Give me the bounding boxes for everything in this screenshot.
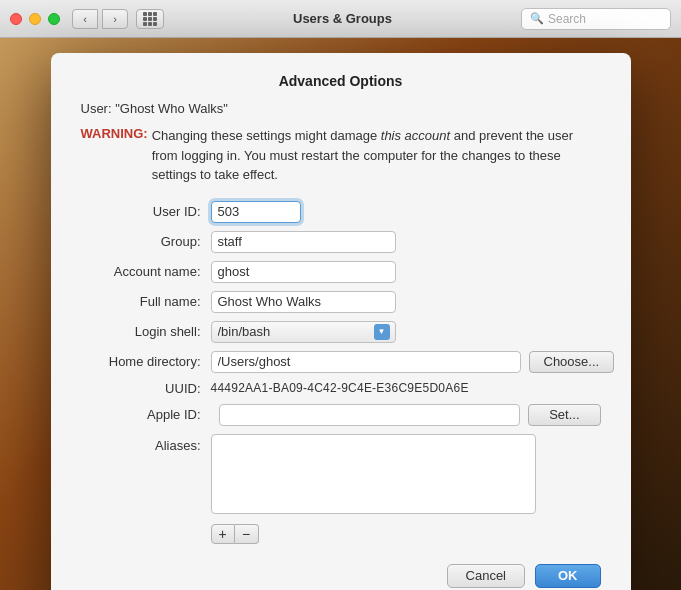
full-name-label: Full name:	[81, 294, 211, 309]
aliases-label: Aliases:	[81, 434, 211, 453]
grid-icon	[143, 12, 157, 26]
cancel-button[interactable]: Cancel	[447, 564, 525, 588]
apple-id-input[interactable]	[219, 404, 521, 426]
login-shell-select[interactable]: /bin/bash /bin/zsh /bin/sh	[211, 321, 396, 343]
search-box[interactable]: 🔍	[521, 8, 671, 30]
aliases-row: Aliases:	[81, 434, 601, 514]
uuid-row: UUID: 44492AA1-BA09-4C42-9C4E-E36C9E5D0A…	[81, 381, 601, 396]
user-id-label: User ID:	[81, 204, 211, 219]
aliases-textarea[interactable]	[211, 434, 536, 514]
dialog-footer: Cancel OK	[81, 564, 601, 588]
group-label: Group:	[81, 234, 211, 249]
user-id-input[interactable]	[211, 201, 301, 223]
add-alias-button[interactable]: +	[211, 524, 235, 544]
aliases-controls: + −	[211, 524, 601, 544]
apple-id-label: Apple ID:	[81, 407, 211, 422]
home-dir-input[interactable]	[211, 351, 521, 373]
nav-buttons: ‹ ›	[72, 9, 128, 29]
home-dir-label: Home directory:	[81, 354, 211, 369]
warning-box: WARNING: Changing these settings might d…	[81, 126, 601, 185]
choose-button[interactable]: Choose...	[529, 351, 615, 373]
grid-button[interactable]	[136, 9, 164, 29]
group-input[interactable]	[211, 231, 396, 253]
warning-label: WARNING:	[81, 126, 148, 185]
user-label: User:	[81, 101, 112, 116]
account-name-label: Account name:	[81, 264, 211, 279]
user-name: "Ghost Who Walks"	[115, 101, 228, 116]
dialog-title: Advanced Options	[81, 73, 601, 89]
uuid-value: 44492AA1-BA09-4C42-9C4E-E36C9E5D0A6E	[211, 381, 469, 395]
login-shell-label: Login shell:	[81, 324, 211, 339]
minimize-button[interactable]	[29, 13, 41, 25]
home-dir-controls: Choose...	[211, 351, 615, 373]
login-shell-dropdown-wrapper: /bin/bash /bin/zsh /bin/sh ▼	[211, 321, 396, 343]
set-button[interactable]: Set...	[528, 404, 600, 426]
maximize-button[interactable]	[48, 13, 60, 25]
full-name-row: Full name:	[81, 291, 601, 313]
dialog-wrapper: Advanced Options User: "Ghost Who Walks"…	[0, 38, 681, 590]
group-row: Group:	[81, 231, 601, 253]
traffic-lights	[10, 13, 60, 25]
full-name-input[interactable]	[211, 291, 396, 313]
close-button[interactable]	[10, 13, 22, 25]
remove-alias-button[interactable]: −	[235, 524, 259, 544]
login-shell-row: Login shell: /bin/bash /bin/zsh /bin/sh …	[81, 321, 601, 343]
search-icon: 🔍	[530, 12, 544, 25]
titlebar: ‹ › Users & Groups 🔍	[0, 0, 681, 38]
user-line: User: "Ghost Who Walks"	[81, 101, 601, 116]
warning-text: Changing these settings might damage thi…	[152, 126, 601, 185]
account-name-input[interactable]	[211, 261, 396, 283]
ok-button[interactable]: OK	[535, 564, 601, 588]
apple-id-row: Apple ID: Set...	[81, 404, 601, 426]
account-name-row: Account name:	[81, 261, 601, 283]
search-input[interactable]	[548, 12, 662, 26]
back-button[interactable]: ‹	[72, 9, 98, 29]
user-id-row: User ID:	[81, 201, 601, 223]
home-dir-row: Home directory: Choose...	[81, 351, 601, 373]
advanced-options-dialog: Advanced Options User: "Ghost Who Walks"…	[51, 53, 631, 590]
forward-button[interactable]: ›	[102, 9, 128, 29]
titlebar-title: Users & Groups	[164, 11, 521, 26]
uuid-label: UUID:	[81, 381, 211, 396]
